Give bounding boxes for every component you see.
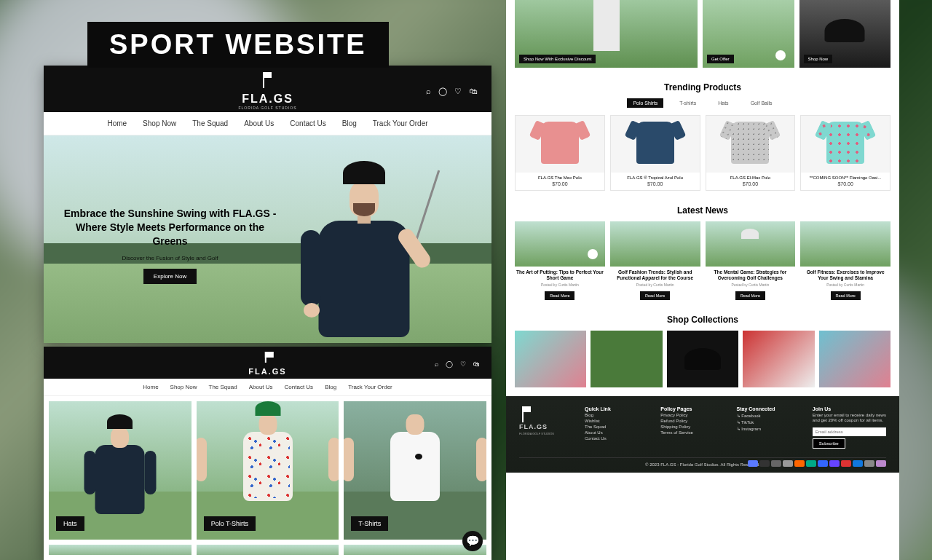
read-more-button[interactable]: Read More bbox=[545, 291, 574, 300]
chat-icon[interactable]: 💬 bbox=[462, 531, 483, 551]
nav-about[interactable]: About Us bbox=[249, 384, 273, 390]
subscribe-button[interactable]: Subscribe bbox=[813, 438, 845, 449]
footer-link[interactable]: Privacy Policy bbox=[660, 413, 722, 417]
header-icons: ⌕ ◯ ♡ 🛍 bbox=[426, 87, 477, 96]
left-preview-column: FLA.GS FLORIDA GOLF STUDIOS ⌕ ◯ ♡ 🛍 Home… bbox=[44, 66, 491, 560]
news-row: The Art of Putting: Tips to Perfect Your… bbox=[506, 221, 899, 309]
nav-shop[interactable]: Shop Now bbox=[170, 384, 197, 390]
social-instagram[interactable]: ↳ Instagram bbox=[737, 426, 798, 431]
page-banner: SPORT WEBSITE bbox=[87, 22, 389, 68]
hero-model-image bbox=[295, 161, 433, 343]
hero-section: Embrace the Sunshine Swing with FLA.GS -… bbox=[44, 135, 491, 343]
explore-now-button[interactable]: Explore Now bbox=[143, 269, 197, 284]
brand-logo[interactable]: FLA.GS FLORIDA GOLF STUDIOS bbox=[238, 72, 296, 110]
nav-blog[interactable]: Blog bbox=[325, 384, 336, 390]
promo-offer[interactable]: Get Offer bbox=[703, 0, 794, 68]
nav-home[interactable]: Home bbox=[107, 119, 127, 127]
news-card: The Art of Putting: Tips to Perfect Your… bbox=[515, 221, 605, 300]
news-card: Golf Fitness: Exercises to Improve Your … bbox=[800, 221, 890, 300]
category-hats[interactable]: Hats bbox=[49, 401, 191, 540]
read-more-button[interactable]: Read More bbox=[640, 291, 670, 300]
brand-logo-small[interactable]: FLA.GS bbox=[248, 352, 286, 376]
footer-link[interactable]: Wishlist bbox=[585, 419, 646, 423]
site-footer: FLA.GS FLORIDA GOLF STUDIOS Quick Link B… bbox=[506, 396, 899, 473]
tab-tshirts[interactable]: T-shirts bbox=[674, 98, 702, 108]
cart-icon[interactable]: 🛍 bbox=[469, 87, 477, 96]
category-tshirts[interactable]: T-Shirts bbox=[344, 401, 486, 540]
cart-icon[interactable]: 🛍 bbox=[473, 360, 480, 368]
nav-shop[interactable]: Shop Now bbox=[143, 119, 176, 127]
nav-track[interactable]: Track Your Order bbox=[373, 119, 428, 127]
product-card[interactable]: FLA.GS El-Max Polo$70.00 bbox=[706, 115, 796, 191]
promo-shop-now[interactable]: Shop Now bbox=[799, 0, 891, 68]
nav-contact[interactable]: Contact Us bbox=[290, 119, 325, 127]
collection-tile[interactable] bbox=[591, 331, 662, 387]
social-tiktok[interactable]: ↳ TikTok bbox=[737, 419, 798, 425]
news-title: Latest News bbox=[506, 205, 899, 216]
nav-squad[interactable]: The Squad bbox=[192, 119, 228, 127]
product-card[interactable]: FLA.GS The Max Polo$70.00 bbox=[515, 115, 605, 191]
category-grid: Hats Polo T-Shirts T-Shirts bbox=[44, 396, 491, 545]
hero-subtitle: Discover the Fusion of Style and Golf bbox=[63, 255, 277, 261]
footer-link[interactable]: Contact Us bbox=[585, 436, 646, 441]
product-card[interactable]: FLA.GS ® Tropical Azul Polo$70.00 bbox=[610, 115, 700, 191]
footer-link[interactable]: The Squad bbox=[585, 425, 646, 429]
search-icon[interactable]: ⌕ bbox=[426, 87, 431, 96]
product-card[interactable]: **COMING SOON** Flamingo Oasi...$70.00 bbox=[800, 115, 890, 191]
read-more-button[interactable]: Read More bbox=[831, 291, 861, 300]
collection-tile[interactable] bbox=[515, 331, 586, 387]
footer-policies: Policy Pages Privacy Policy Refund Polic… bbox=[660, 406, 722, 451]
wishlist-icon[interactable]: ♡ bbox=[460, 360, 466, 368]
footer-link[interactable]: Shipping Policy bbox=[660, 425, 722, 429]
brand-tagline: FLORIDA GOLF STUDIOS bbox=[238, 106, 296, 110]
promo-row: Shop Now With Exclusive Discount Get Off… bbox=[506, 0, 899, 76]
flag-icon bbox=[519, 406, 535, 422]
nav-about[interactable]: About Us bbox=[244, 119, 274, 127]
main-nav-small: Home Shop Now The Squad About Us Contact… bbox=[44, 379, 491, 396]
wishlist-icon[interactable]: ♡ bbox=[454, 87, 462, 96]
product-tabs: Polo Shirts T-shirts Hats Golf Balls bbox=[506, 98, 899, 108]
social-facebook[interactable]: ↳ Facebook bbox=[737, 413, 798, 418]
site-header-small: FLA.GS ⌕ ◯ ♡ 🛍 bbox=[44, 347, 491, 379]
category-polo[interactable]: Polo T-Shirts bbox=[197, 401, 339, 540]
footer-link[interactable]: Terms of Service bbox=[660, 430, 722, 435]
nav-track[interactable]: Track Your Order bbox=[348, 384, 392, 390]
footer-link[interactable]: About Us bbox=[585, 430, 646, 435]
email-input[interactable] bbox=[813, 427, 886, 436]
footer-link[interactable]: Blog bbox=[585, 413, 646, 417]
category-strip bbox=[44, 545, 491, 560]
account-icon[interactable]: ◯ bbox=[438, 87, 447, 96]
collection-tile[interactable] bbox=[819, 331, 890, 387]
account-icon[interactable]: ◯ bbox=[446, 360, 453, 368]
nav-contact[interactable]: Contact Us bbox=[285, 384, 314, 390]
copyright: © 2023 FLA.GS - Florida Golf Studios. Al… bbox=[519, 457, 886, 467]
search-icon[interactable]: ⌕ bbox=[435, 360, 438, 368]
footer-logo: FLA.GS FLORIDA GOLF STUDIOS bbox=[519, 406, 570, 451]
news-card: Golf Fashion Trends: Stylish and Functio… bbox=[610, 221, 700, 300]
collections-title: Shop Collections bbox=[506, 315, 899, 325]
tab-hats[interactable]: Hats bbox=[712, 98, 734, 108]
footer-newsletter: Join Us Enter your email to receive dail… bbox=[813, 406, 886, 451]
site-header: FLA.GS FLORIDA GOLF STUDIOS ⌕ ◯ ♡ 🛍 bbox=[44, 66, 491, 112]
nav-home[interactable]: Home bbox=[143, 384, 158, 390]
read-more-button[interactable]: Read More bbox=[735, 291, 765, 300]
collection-tile[interactable] bbox=[743, 331, 814, 387]
hero-title: Embrace the Sunshine Swing with FLA.GS -… bbox=[63, 207, 277, 248]
nav-squad[interactable]: The Squad bbox=[209, 384, 237, 390]
right-preview-column: Shop Now With Exclusive Discount Get Off… bbox=[506, 0, 899, 560]
product-row: FLA.GS The Max Polo$70.00 FLA.GS ® Tropi… bbox=[506, 115, 899, 200]
news-card: The Mental Game: Strategies for Overcomi… bbox=[706, 221, 796, 300]
promo-large[interactable]: Shop Now With Exclusive Discount bbox=[515, 0, 698, 68]
trending-title: Trending Products bbox=[506, 82, 899, 92]
homepage-panel: FLA.GS FLORIDA GOLF STUDIOS ⌕ ◯ ♡ 🛍 Home… bbox=[44, 66, 491, 343]
collections-row bbox=[506, 331, 899, 396]
category-panel: FLA.GS ⌕ ◯ ♡ 🛍 Home Shop Now The Squad A… bbox=[44, 347, 491, 560]
footer-quick-links: Quick Link Blog Wishlist The Squad About… bbox=[585, 406, 646, 451]
nav-blog[interactable]: Blog bbox=[342, 119, 357, 127]
footer-link[interactable]: Refund Policy bbox=[660, 419, 722, 423]
header-icons-small: ⌕ ◯ ♡ 🛍 bbox=[435, 360, 480, 368]
collection-tile[interactable] bbox=[667, 331, 738, 387]
footer-social: Stay Connected ↳ Facebook ↳ TikTok ↳ Ins… bbox=[737, 406, 798, 451]
tab-polo[interactable]: Polo Shirts bbox=[627, 98, 663, 108]
tab-balls[interactable]: Golf Balls bbox=[745, 98, 778, 108]
